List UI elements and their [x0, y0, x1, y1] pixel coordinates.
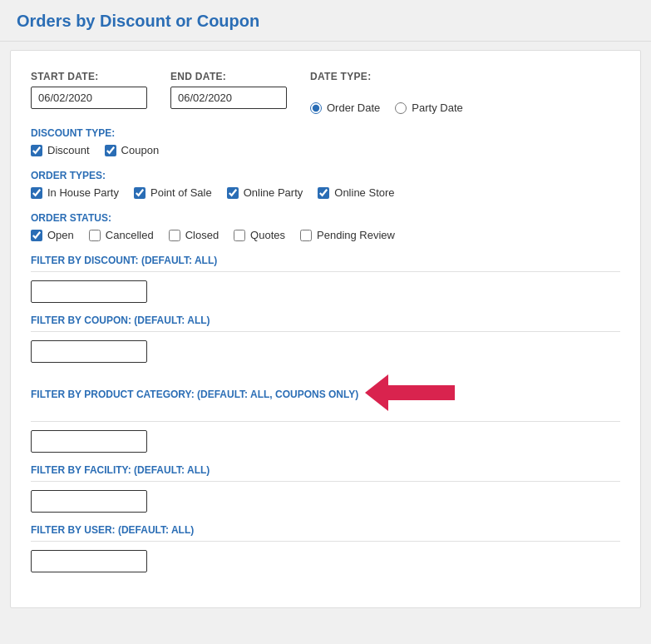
filter-coupon-label: FILTER BY COUPON: (Default: All)	[31, 315, 620, 326]
online-store-checkbox[interactable]: Online Store	[318, 186, 394, 199]
discount-checkbox[interactable]: Discount	[31, 144, 90, 156]
filter-user-label: FILTER BY USER: (Default: All)	[31, 524, 620, 536]
filter-facility-input[interactable]	[31, 490, 147, 513]
coupon-checkbox[interactable]: Coupon	[105, 144, 160, 156]
order-date-label: Order Date	[327, 102, 380, 114]
filter-product-category-input[interactable]	[31, 430, 147, 453]
online-party-label: Online Party	[244, 186, 303, 199]
open-label: Open	[47, 229, 74, 241]
red-arrow-icon	[365, 374, 455, 414]
closed-label: Closed	[185, 229, 219, 241]
point-of-sale-label: Point of Sale	[150, 186, 212, 199]
online-party-checkbox[interactable]: Online Party	[227, 186, 303, 199]
online-store-label: Online Store	[334, 186, 394, 199]
closed-checkbox[interactable]: Closed	[169, 229, 219, 241]
in-house-party-checkbox[interactable]: In House Party	[31, 186, 119, 199]
start-date-input[interactable]	[31, 87, 147, 109]
end-date-label: END DATE:	[170, 71, 287, 82]
pending-review-label: Pending Review	[317, 229, 395, 241]
order-date-radio[interactable]: Order Date	[310, 102, 380, 114]
page-title: Orders by Discount or Coupon	[0, 0, 651, 42]
start-date-label: START DATE:	[31, 71, 147, 82]
quotes-label: Quotes	[250, 229, 285, 241]
party-date-radio[interactable]: Party Date	[395, 102, 462, 114]
point-of-sale-checkbox[interactable]: Point of Sale	[134, 186, 212, 199]
filter-facility-label: FILTER BY FACILITY: (Default: All)	[31, 464, 620, 476]
filter-user-input[interactable]	[31, 550, 147, 572]
quotes-checkbox[interactable]: Quotes	[234, 229, 285, 241]
filter-coupon-input[interactable]	[31, 340, 147, 363]
coupon-label: Coupon	[121, 144, 160, 156]
filter-product-category-label: FILTER BY PRODUCT CATEGORY: (Default: Al…	[31, 389, 358, 400]
cancelled-label: Cancelled	[106, 229, 154, 241]
discount-type-label: DISCOUNT TYPE:	[31, 127, 620, 139]
discount-label: Discount	[47, 144, 90, 156]
date-type-label: DATE TYPE:	[310, 71, 463, 82]
open-checkbox[interactable]: Open	[31, 229, 74, 241]
party-date-label: Party Date	[412, 102, 462, 114]
order-types-label: ORDER TYPES:	[31, 170, 620, 181]
filter-discount-label: FILTER BY DISCOUNT: (Default: All)	[31, 255, 620, 266]
filter-discount-input[interactable]	[31, 280, 147, 303]
in-house-party-label: In House Party	[47, 186, 119, 199]
end-date-input[interactable]	[170, 87, 287, 109]
cancelled-checkbox[interactable]: Cancelled	[89, 229, 154, 241]
order-status-label: ORDER STATUS:	[31, 212, 620, 224]
pending-review-checkbox[interactable]: Pending Review	[300, 229, 395, 241]
